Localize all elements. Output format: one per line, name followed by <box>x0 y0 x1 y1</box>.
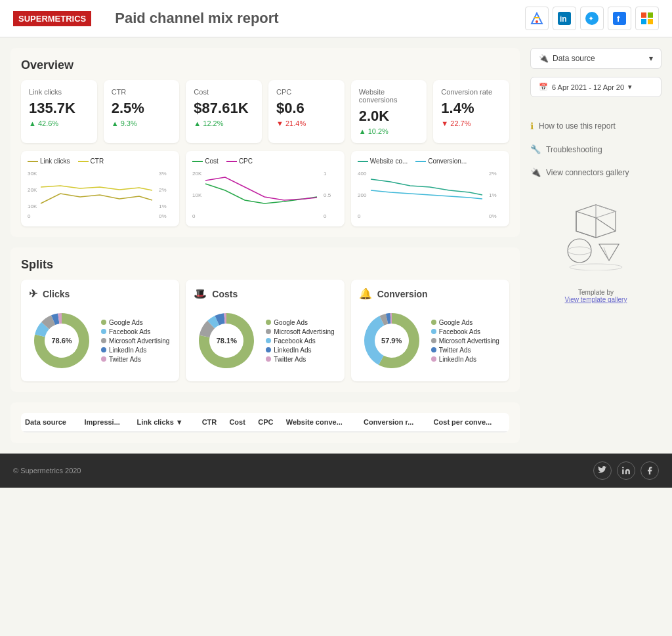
svg-text:1%: 1% <box>159 203 167 209</box>
svg-text:30K: 30K <box>28 171 37 177</box>
svg-rect-9 <box>641 12 646 18</box>
overview-section: Overview Link clicks 135.7K 42.6% CTR 2.… <box>10 48 520 237</box>
split-header-0: ✈ Clicks <box>29 287 171 300</box>
col-header-7[interactable]: Conversion r... <box>360 413 430 432</box>
svg-text:10K: 10K <box>192 192 202 198</box>
kpi-change-3: 21.4% <box>276 119 337 127</box>
split-header-1: 🎩 Costs <box>194 287 336 300</box>
facebook-ads-icon[interactable]: f <box>608 7 631 30</box>
legend-item-2-1: Facebook Ads <box>431 328 499 335</box>
kpi-label-2: Cost <box>194 88 254 96</box>
twitter-ads-icon[interactable]: ✦ <box>580 7 604 30</box>
legend-0: Google Ads Facebook Ads Microsoft Advert… <box>101 319 169 363</box>
svg-text:20K: 20K <box>28 187 37 193</box>
donut-label-1: 78.1% <box>217 337 237 345</box>
col-header-5[interactable]: CPC <box>254 413 282 432</box>
split-content-0: 78.6% Google Ads Facebook Ads Microsoft … <box>29 308 171 373</box>
3d-shapes-svg <box>556 198 635 270</box>
troubleshooting-link[interactable]: 🔧 Troubleshooting <box>530 142 662 157</box>
kpi-value-5: 1.4% <box>441 100 501 117</box>
legend-item-2-4: LinkedIn Ads <box>431 356 499 363</box>
view-gallery-link[interactable]: View template gallery <box>530 296 662 303</box>
kpi-card-2: Cost $87.61K 12.2% <box>186 80 262 143</box>
data-source-dropdown[interactable]: 🔌 Data source ▾ <box>530 48 662 69</box>
chart2-legend2: CPC <box>239 158 253 165</box>
svg-text:0: 0 <box>324 213 327 219</box>
chart2-svg: 20K 10K 0 1 0.5 0 6 Apr 8 Apr 10 Apr 12 … <box>192 167 337 220</box>
split-card-1: 🎩 Costs 78.1% Google Ads Microsoft Adver… <box>186 280 344 381</box>
microsoft-ads-icon[interactable] <box>635 7 659 30</box>
svg-text:1: 1 <box>324 171 327 177</box>
kpi-change-4: 10.2% <box>359 127 419 135</box>
legend-dot-1-3 <box>266 347 271 352</box>
svg-marker-55 <box>576 211 596 238</box>
page-header: SUPERMETRICS Paid channel mix report in … <box>0 0 672 37</box>
legend-item-2-2: Microsoft Advertising <box>431 337 499 345</box>
col-header-1[interactable]: Impressi... <box>80 413 133 432</box>
chart2-legend1: Cost <box>205 158 219 165</box>
google-ads-icon[interactable] <box>525 7 549 30</box>
footer-facebook-icon[interactable] <box>640 461 659 480</box>
svg-text:0: 0 <box>28 213 31 219</box>
sidebar: 🔌 Data source ▾ 📅 6 Apr 2021 - 12 Apr 20… <box>530 48 662 443</box>
svg-point-62 <box>570 264 622 270</box>
col-header-6[interactable]: Website conve... <box>282 413 360 432</box>
chevron-down-icon: ▾ <box>628 83 632 91</box>
svg-text:0.5: 0.5 <box>324 192 331 198</box>
svg-line-61 <box>604 247 609 261</box>
chart1-svg: 30K 20K 10K 0 3% 2% 1% 0% <box>28 167 172 220</box>
legend-dot-2-4 <box>431 356 436 362</box>
chart3-svg: 400 200 0 2% 1% 0% 6 Apr 8 Apr 10 Apr 12… <box>358 167 502 220</box>
how-to-use-link[interactable]: ℹ How to use this report <box>530 118 662 134</box>
col-header-3[interactable]: CTR <box>198 413 226 432</box>
copyright-text: © Supermetrics 2020 <box>13 467 81 475</box>
col-header-2[interactable]: Link clicks ▼ <box>133 413 198 432</box>
chart3-legend2: Conversion... <box>428 158 467 165</box>
svg-rect-12 <box>648 19 653 24</box>
linkedin-ads-icon[interactable]: in <box>553 7 576 30</box>
connectors-gallery-label: View connectors gallery <box>546 168 629 177</box>
legend-2: Google Ads Facebook Ads Microsoft Advert… <box>431 319 499 363</box>
legend-dot-0-0 <box>101 320 106 325</box>
svg-point-58 <box>568 239 591 263</box>
donut-chart-2: 57.9% <box>359 308 425 373</box>
svg-text:f: f <box>617 14 620 24</box>
col-header-0[interactable]: Data source <box>21 413 80 432</box>
overview-title: Overview <box>21 58 509 72</box>
svg-text:20K: 20K <box>192 171 202 177</box>
footer-twitter-icon[interactable] <box>593 461 612 480</box>
date-range-picker[interactable]: 📅 6 Apr 2021 - 12 Apr 20 ▾ <box>530 77 662 97</box>
legend-item-1-3: LinkedIn Ads <box>266 347 334 354</box>
template-by-label: Template by <box>530 289 662 296</box>
svg-text:200: 200 <box>358 192 367 198</box>
svg-text:in: in <box>560 14 567 24</box>
chart1-legend2: CTR <box>91 158 104 165</box>
svg-text:✦: ✦ <box>588 14 594 22</box>
shapes-decoration <box>530 198 662 270</box>
split-icon-2: 🔔 <box>359 287 372 300</box>
kpi-card-1: CTR 2.5% 9.3% <box>104 80 180 143</box>
kpi-label-5: Conversion rate <box>441 88 501 96</box>
kpi-value-2: $87.61K <box>194 100 254 117</box>
svg-point-1 <box>536 20 538 23</box>
kpi-card-0: Link clicks 135.7K 42.6% <box>21 80 97 143</box>
legend-dot-0-4 <box>101 356 106 362</box>
svg-marker-56 <box>596 205 616 218</box>
svg-text:0%: 0% <box>159 213 167 219</box>
legend-dot-0-2 <box>101 338 106 343</box>
split-content-1: 78.1% Google Ads Microsoft Advertising F… <box>194 308 336 373</box>
legend-dot-2-3 <box>431 347 436 352</box>
conversions-chart: Website co... Conversion... 400 200 0 2%… <box>351 151 509 226</box>
col-header-4[interactable]: Cost <box>225 413 254 432</box>
legend-item-0-2: Microsoft Advertising <box>101 337 169 345</box>
connectors-gallery-link[interactable]: 🔌 View connectors gallery <box>530 165 662 180</box>
footer-linkedin-icon[interactable] <box>617 461 635 480</box>
col-header-8[interactable]: Cost per conve... <box>430 413 509 432</box>
svg-text:400: 400 <box>358 171 367 177</box>
how-to-use-label: How to use this report <box>539 121 616 131</box>
svg-text:2%: 2% <box>159 187 167 193</box>
svg-text:10K: 10K <box>28 203 37 209</box>
page-footer: © Supermetrics 2020 <box>0 454 672 488</box>
legend-item-0-0: Google Ads <box>101 319 169 326</box>
splits-section: Splits ✈ Clicks 78.6% Google Ads Faceboo… <box>10 247 520 392</box>
